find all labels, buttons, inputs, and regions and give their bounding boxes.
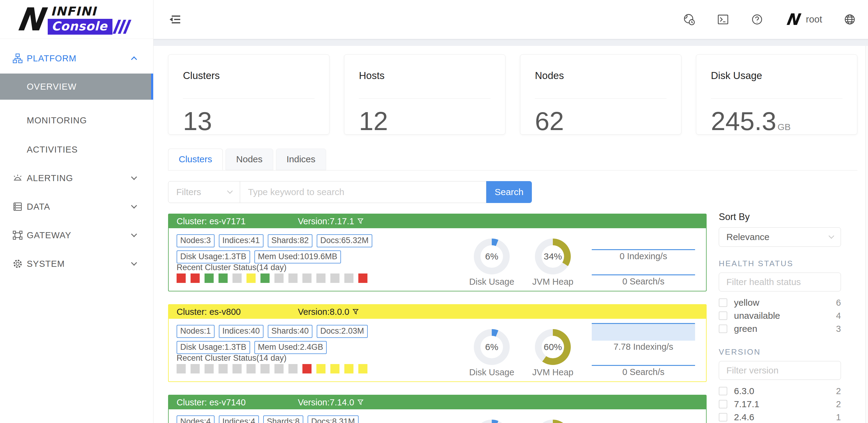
disk-usage-donut	[474, 420, 510, 423]
health-status-option-count: 6	[836, 298, 841, 308]
status-square-gray	[330, 273, 339, 283]
cluster-version-label: Version:7.14.0	[298, 397, 354, 408]
stat-card-divider	[711, 98, 842, 99]
filter-panel: Sort By Relevance HEALTH STATUS yellow6u…	[719, 212, 849, 423]
version-option-label: 6.3.0	[734, 386, 754, 396]
cluster-stat-badge: Nodes:3	[177, 234, 215, 247]
cluster-card[interactable]: Cluster: es-v7171Version:7.17.1Nodes:3In…	[168, 214, 707, 291]
filter-funnel-icon[interactable]	[352, 308, 359, 315]
status-square-gray	[316, 273, 326, 283]
filter-funnel-icon[interactable]	[357, 218, 364, 225]
tab-indices[interactable]: Indices	[276, 149, 326, 170]
tab-clusters[interactable]: Clusters	[168, 149, 223, 170]
chevron-down-icon	[131, 203, 137, 209]
checkbox[interactable]	[719, 298, 727, 307]
sort-by-label: Sort By	[719, 212, 849, 222]
recent-status-label: Recent Cluster Status(14 day)	[177, 353, 287, 363]
user-avatar-brand-icon[interactable]: N	[785, 11, 800, 27]
cluster-stat-badge: Nodes:4	[177, 415, 215, 423]
cluster-name: Cluster: es-v7140	[177, 397, 246, 408]
brand-name: INFINI	[48, 4, 131, 18]
search-button[interactable]: Search	[486, 181, 532, 203]
version-option-2.4.6[interactable]: 2.4.61	[719, 411, 841, 423]
status-square-gray	[246, 364, 256, 373]
sidebar-subitem-label: OVERVIEW	[27, 82, 76, 92]
language-globe-icon[interactable]	[843, 13, 856, 26]
chevron-up-icon	[131, 57, 137, 63]
jvm-heap-donut-value: 34%	[541, 245, 564, 268]
health-status-header: HEALTH STATUS	[719, 259, 849, 268]
timezone-icon[interactable]	[683, 13, 695, 26]
checkbox[interactable]	[719, 325, 727, 333]
cluster-stat-badge: Mem Used:1019.6MB	[254, 250, 341, 263]
cluster-name: Cluster: es-v7171	[177, 216, 246, 226]
help-icon[interactable]	[751, 13, 764, 26]
sidebar-item-monitoring[interactable]: MONITORING	[0, 112, 153, 129]
status-square-gray	[205, 364, 214, 373]
cluster-version-label: Version:7.17.1	[298, 216, 354, 226]
username[interactable]: root	[806, 14, 822, 25]
sidebar-item-platform[interactable]: PLATFORM	[0, 50, 153, 67]
checkbox[interactable]	[719, 387, 727, 395]
checkbox[interactable]	[719, 312, 727, 320]
search-sparkline	[592, 347, 695, 366]
filter-funnel-icon[interactable]	[357, 399, 364, 406]
health-status-option-label: unavailable	[734, 311, 780, 321]
sidebar: N INFINI Console PLATFORMOVERVIEWMONITOR…	[0, 0, 153, 423]
sidebar-item-system[interactable]: SYSTEM	[0, 255, 153, 272]
filters-select[interactable]: Filters	[168, 181, 240, 203]
cluster-version-label: Version:8.0.0	[298, 307, 349, 317]
sidebar-item-data[interactable]: DATA	[0, 198, 153, 215]
cluster-card[interactable]: Cluster: es-v7140Version:7.14.0Nodes:4In…	[168, 395, 707, 423]
menu-fold-icon[interactable]	[168, 13, 181, 26]
sort-by-value: Relevance	[726, 232, 770, 242]
checkbox[interactable]	[719, 413, 727, 421]
status-square-red	[302, 364, 312, 373]
database-icon	[12, 201, 23, 212]
health-status-option-yellow[interactable]: yellow6	[719, 296, 841, 309]
status-square-gray	[232, 364, 242, 373]
infini-n-logo-icon: N	[15, 4, 46, 35]
sidebar-item-activities[interactable]: ACTIVITIES	[0, 141, 153, 158]
sidebar-item-overview[interactable]: OVERVIEW	[0, 73, 153, 100]
sidebar-item-alerting[interactable]: ALERTING	[0, 169, 153, 187]
stat-card-title: Nodes	[535, 70, 666, 82]
sort-by-select[interactable]: Relevance	[719, 227, 841, 247]
sidebar-item-gateway[interactable]: GATEWAY	[0, 227, 153, 244]
health-status-filter-input[interactable]	[719, 272, 841, 291]
version-filter-input[interactable]	[719, 361, 841, 380]
stat-card-title: Disk Usage	[711, 70, 842, 82]
jvm-heap-donut-value: 60%	[541, 336, 564, 358]
chevron-down-icon	[131, 231, 137, 237]
recent-status-squares	[177, 273, 367, 283]
cluster-name: Cluster: es-v800	[177, 307, 241, 317]
search-input[interactable]	[240, 181, 486, 203]
stat-card-title: Clusters	[183, 70, 315, 82]
cluster-stat-badge: Docs:65.32M	[317, 234, 372, 247]
console-terminal-icon[interactable]	[717, 13, 730, 26]
tab-nodes[interactable]: Nodes	[225, 149, 273, 170]
checkbox[interactable]	[719, 400, 727, 409]
cluster-stat-badge: Docs:8.31M	[308, 415, 359, 423]
cluster-stat-badge: Disk Usage:1.3TB	[177, 341, 250, 354]
status-square-gray	[191, 364, 200, 373]
recent-status-squares	[177, 364, 367, 373]
status-square-green	[260, 273, 270, 283]
status-square-yellow	[358, 364, 367, 373]
stat-card-clusters: Clusters13	[168, 55, 330, 135]
disk-usage-donut-label: Disk Usage	[461, 367, 522, 378]
version-header: VERSION	[719, 347, 849, 357]
logo-slashes-icon	[116, 20, 131, 34]
health-status-options: yellow6unavailable4green3	[719, 296, 849, 335]
health-status-option-unavailable[interactable]: unavailable4	[719, 310, 841, 322]
scrollbar-track[interactable]	[865, 46, 868, 423]
tabs: ClustersNodesIndices	[168, 149, 857, 170]
status-square-gray	[177, 364, 186, 373]
cluster-card[interactable]: Cluster: es-v800Version:8.0.0Nodes:1Indi…	[168, 304, 707, 382]
status-square-gray	[288, 273, 298, 283]
cluster-stat-badge: Mem Used:2.4GB	[254, 341, 327, 354]
version-option-7.17.1[interactable]: 7.17.12	[719, 398, 841, 411]
status-square-gray	[302, 273, 312, 283]
version-option-6.3.0[interactable]: 6.3.02	[719, 385, 841, 397]
health-status-option-green[interactable]: green3	[719, 322, 841, 335]
